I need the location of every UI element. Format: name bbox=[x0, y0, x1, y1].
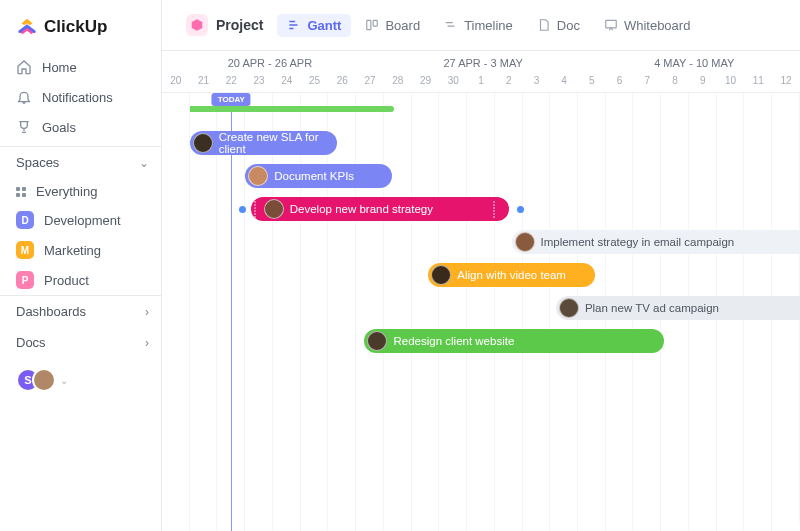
week-label: 4 MAY - 10 MAY bbox=[654, 57, 734, 69]
bell-icon bbox=[16, 89, 32, 105]
svg-rect-2 bbox=[606, 20, 617, 28]
sidebar-space-product[interactable]: PProduct bbox=[0, 265, 161, 295]
task-bar[interactable]: Align with video team bbox=[428, 263, 594, 287]
doc-icon bbox=[537, 18, 551, 32]
sidebar-everything-label: Everything bbox=[36, 184, 97, 199]
task-label: Redesign client website bbox=[393, 335, 514, 347]
space-badge: M bbox=[16, 241, 34, 259]
date-cell: 27 bbox=[356, 75, 384, 92]
view-tab-board[interactable]: Board bbox=[355, 14, 430, 37]
task-label: Create new SLA for client bbox=[219, 131, 327, 155]
task-bar[interactable]: Plan new TV ad campaign bbox=[556, 296, 800, 320]
spaces-section-header[interactable]: Spaces ⌄ bbox=[0, 146, 161, 178]
docs-section-header[interactable]: Docs › bbox=[0, 327, 161, 358]
view-tab-gantt[interactable]: Gantt bbox=[277, 14, 351, 37]
task-bar[interactable]: Redesign client website bbox=[364, 329, 664, 353]
user-avatars[interactable]: S ⌄ bbox=[0, 358, 161, 402]
view-tab-doc[interactable]: Doc bbox=[527, 14, 590, 37]
avatar bbox=[559, 298, 579, 318]
board-icon bbox=[365, 18, 379, 32]
drag-handle-icon[interactable] bbox=[493, 201, 499, 218]
svg-rect-0 bbox=[367, 20, 371, 29]
drag-handle-icon[interactable] bbox=[254, 201, 260, 218]
task-label: Develop new brand strategy bbox=[290, 203, 433, 215]
date-cell: 6 bbox=[606, 75, 634, 92]
date-cell: 11 bbox=[744, 75, 772, 92]
sidebar-item-everything[interactable]: Everything bbox=[0, 178, 161, 205]
date-cell: 29 bbox=[412, 75, 440, 92]
space-badge: D bbox=[16, 211, 34, 229]
week-label: 20 APR - 26 APR bbox=[228, 57, 312, 69]
progress-fill bbox=[190, 106, 394, 112]
date-cell: 9 bbox=[689, 75, 717, 92]
avatar bbox=[193, 133, 213, 153]
connector-dot bbox=[239, 206, 246, 213]
chevron-right-icon: › bbox=[145, 305, 149, 319]
task-label: Plan new TV ad campaign bbox=[585, 302, 719, 314]
home-icon bbox=[16, 59, 32, 75]
date-cell: 30 bbox=[439, 75, 467, 92]
task-bar[interactable]: Implement strategy in email campaign bbox=[512, 230, 801, 254]
date-cell: 1 bbox=[467, 75, 495, 92]
avatar bbox=[32, 368, 56, 392]
breadcrumb-project[interactable]: Project bbox=[176, 10, 273, 40]
connector-dot bbox=[517, 206, 524, 213]
space-label: Marketing bbox=[44, 243, 101, 258]
nav-notifications-label: Notifications bbox=[42, 90, 113, 105]
tasks-container: Create new SLA for clientDocument KPIsDe… bbox=[162, 131, 800, 531]
date-cell: 5 bbox=[578, 75, 606, 92]
task-bar[interactable]: Document KPIs bbox=[245, 164, 392, 188]
today-pill: TODAY bbox=[212, 93, 251, 106]
view-tab-timeline[interactable]: Timeline bbox=[434, 14, 523, 37]
nav-home[interactable]: Home bbox=[0, 52, 161, 82]
space-badge: P bbox=[16, 271, 34, 289]
space-label: Product bbox=[44, 273, 89, 288]
task-label: Implement strategy in email campaign bbox=[541, 236, 735, 248]
sidebar-space-marketing[interactable]: MMarketing bbox=[0, 235, 161, 265]
gantt-timeline[interactable]: 20 APR - 26 APR27 APR - 3 MAY4 MAY - 10 … bbox=[162, 51, 800, 531]
brand-name: ClickUp bbox=[44, 17, 107, 37]
brand-logo[interactable]: ClickUp bbox=[0, 0, 161, 48]
avatar bbox=[264, 199, 284, 219]
docs-label: Docs bbox=[16, 335, 46, 350]
topbar: Project Gantt Board Timeline Doc Whitebo… bbox=[162, 0, 800, 51]
spaces-label: Spaces bbox=[16, 155, 59, 170]
nav-goals[interactable]: Goals bbox=[0, 112, 161, 142]
whiteboard-icon bbox=[604, 18, 618, 32]
dashboards-label: Dashboards bbox=[16, 304, 86, 319]
view-tab-whiteboard[interactable]: Whiteboard bbox=[594, 14, 700, 37]
svg-rect-1 bbox=[374, 20, 378, 26]
week-label: 27 APR - 3 MAY bbox=[444, 57, 523, 69]
avatar bbox=[431, 265, 451, 285]
progress-track bbox=[162, 106, 800, 112]
date-cell: 26 bbox=[328, 75, 356, 92]
task-bar[interactable]: Develop new brand strategy bbox=[251, 197, 509, 221]
date-cell: 21 bbox=[190, 75, 218, 92]
task-label: Align with video team bbox=[457, 269, 566, 281]
avatar bbox=[367, 331, 387, 351]
trophy-icon bbox=[16, 119, 32, 135]
grid-icon bbox=[16, 187, 26, 197]
avatar bbox=[248, 166, 268, 186]
cube-icon bbox=[186, 14, 208, 36]
space-label: Development bbox=[44, 213, 121, 228]
clickup-logo-icon bbox=[16, 16, 38, 38]
task-bar[interactable]: Create new SLA for client bbox=[190, 131, 337, 155]
timeline-icon bbox=[444, 18, 458, 32]
nav-notifications[interactable]: Notifications bbox=[0, 82, 161, 112]
date-cell: 10 bbox=[717, 75, 745, 92]
date-cell: 23 bbox=[245, 75, 273, 92]
avatar bbox=[515, 232, 535, 252]
date-cell: 25 bbox=[301, 75, 329, 92]
nav-home-label: Home bbox=[42, 60, 77, 75]
date-cell: 28 bbox=[384, 75, 412, 92]
date-cell: 8 bbox=[661, 75, 689, 92]
nav-goals-label: Goals bbox=[42, 120, 76, 135]
sidebar-space-development[interactable]: DDevelopment bbox=[0, 205, 161, 235]
date-cell: 24 bbox=[273, 75, 301, 92]
date-cell: 22 bbox=[217, 75, 245, 92]
date-cell: 4 bbox=[550, 75, 578, 92]
dashboards-section-header[interactable]: Dashboards › bbox=[0, 295, 161, 327]
week-labels: 20 APR - 26 APR27 APR - 3 MAY4 MAY - 10 … bbox=[162, 57, 800, 69]
chevron-right-icon: › bbox=[145, 336, 149, 350]
